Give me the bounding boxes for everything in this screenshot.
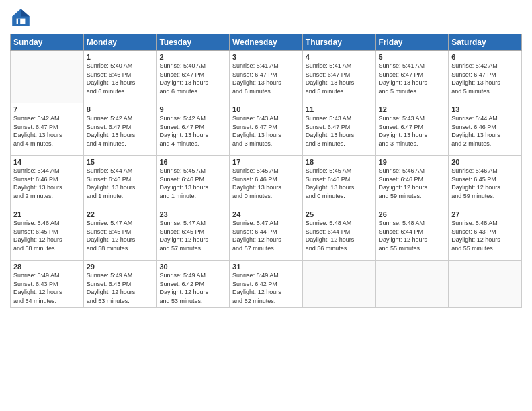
day-info: Sunrise: 5:45 AM Sunset: 6:46 PM Dayligh… — [232, 167, 300, 200]
day-number: 23 — [159, 210, 226, 218]
day-number: 18 — [306, 158, 373, 166]
calendar-day-cell: 22Sunrise: 5:47 AM Sunset: 6:45 PM Dayli… — [83, 208, 157, 261]
day-info: Sunrise: 5:42 AM Sunset: 6:47 PM Dayligh… — [13, 114, 81, 148]
calendar-day-cell: 1Sunrise: 5:40 AM Sunset: 6:46 PM Daylig… — [83, 51, 157, 103]
day-info: Sunrise: 5:47 AM Sunset: 6:45 PM Dayligh… — [159, 219, 226, 253]
day-of-week-header: Saturday — [449, 34, 522, 51]
calendar-day-cell: 21Sunrise: 5:46 AM Sunset: 6:45 PM Dayli… — [11, 208, 84, 261]
calendar-day-cell: 7Sunrise: 5:42 AM Sunset: 6:47 PM Daylig… — [11, 103, 84, 156]
day-info: Sunrise: 5:44 AM Sunset: 6:46 PM Dayligh… — [87, 167, 154, 200]
calendar-day-cell: 17Sunrise: 5:45 AM Sunset: 6:46 PM Dayli… — [230, 156, 303, 208]
day-of-week-header: Wednesday — [230, 34, 303, 51]
day-number: 7 — [13, 105, 81, 113]
day-number: 6 — [451, 53, 519, 61]
day-info: Sunrise: 5:49 AM Sunset: 6:43 PM Dayligh… — [13, 271, 81, 305]
day-number: 28 — [13, 263, 81, 271]
calendar-week-row: 21Sunrise: 5:46 AM Sunset: 6:45 PM Dayli… — [11, 208, 522, 261]
day-number: 9 — [159, 105, 226, 113]
day-number: 4 — [306, 53, 373, 61]
day-info: Sunrise: 5:49 AM Sunset: 6:42 PM Dayligh… — [232, 271, 300, 305]
calendar-day-cell: 29Sunrise: 5:49 AM Sunset: 6:43 PM Dayli… — [83, 261, 157, 308]
calendar-week-row: 14Sunrise: 5:44 AM Sunset: 6:46 PM Dayli… — [11, 156, 522, 208]
day-info: Sunrise: 5:46 AM Sunset: 6:45 PM Dayligh… — [451, 167, 519, 200]
day-info: Sunrise: 5:42 AM Sunset: 6:47 PM Dayligh… — [159, 114, 226, 148]
svg-rect-3 — [18, 19, 20, 24]
calendar-day-cell: 20Sunrise: 5:46 AM Sunset: 6:45 PM Dayli… — [449, 156, 522, 208]
header — [10, 7, 522, 28]
calendar-day-cell: 10Sunrise: 5:43 AM Sunset: 6:47 PM Dayli… — [230, 103, 303, 156]
calendar-week-row: 1Sunrise: 5:40 AM Sunset: 6:46 PM Daylig… — [11, 51, 522, 103]
day-info: Sunrise: 5:41 AM Sunset: 6:47 PM Dayligh… — [379, 62, 446, 95]
calendar-day-cell: 8Sunrise: 5:42 AM Sunset: 6:47 PM Daylig… — [83, 103, 157, 156]
day-number: 21 — [13, 210, 81, 218]
calendar-week-row: 28Sunrise: 5:49 AM Sunset: 6:43 PM Dayli… — [11, 261, 522, 308]
calendar-day-cell: 3Sunrise: 5:41 AM Sunset: 6:47 PM Daylig… — [230, 51, 303, 103]
day-info: Sunrise: 5:42 AM Sunset: 6:47 PM Dayligh… — [87, 114, 154, 148]
calendar-day-cell: 13Sunrise: 5:44 AM Sunset: 6:46 PM Dayli… — [449, 103, 522, 156]
day-of-week-header: Monday — [83, 34, 157, 51]
calendar-week-row: 7Sunrise: 5:42 AM Sunset: 6:47 PM Daylig… — [11, 103, 522, 156]
day-info: Sunrise: 5:45 AM Sunset: 6:46 PM Dayligh… — [306, 167, 373, 200]
calendar-day-cell: 2Sunrise: 5:40 AM Sunset: 6:47 PM Daylig… — [157, 51, 230, 103]
day-info: Sunrise: 5:47 AM Sunset: 6:45 PM Dayligh… — [87, 219, 154, 253]
day-number: 19 — [379, 158, 446, 166]
day-number: 8 — [87, 105, 154, 113]
calendar-day-cell: 31Sunrise: 5:49 AM Sunset: 6:42 PM Dayli… — [230, 261, 303, 308]
svg-rect-2 — [17, 19, 26, 24]
day-number: 3 — [232, 53, 300, 61]
day-number: 29 — [87, 263, 154, 271]
day-info: Sunrise: 5:44 AM Sunset: 6:46 PM Dayligh… — [451, 114, 519, 148]
day-number: 31 — [232, 263, 300, 271]
calendar-day-cell: 5Sunrise: 5:41 AM Sunset: 6:47 PM Daylig… — [375, 51, 449, 103]
calendar-day-cell: 9Sunrise: 5:42 AM Sunset: 6:47 PM Daylig… — [157, 103, 230, 156]
calendar-day-cell: 12Sunrise: 5:43 AM Sunset: 6:47 PM Dayli… — [375, 103, 449, 156]
calendar-day-cell: 14Sunrise: 5:44 AM Sunset: 6:46 PM Dayli… — [11, 156, 84, 208]
day-number: 22 — [87, 210, 154, 218]
day-info: Sunrise: 5:48 AM Sunset: 6:44 PM Dayligh… — [306, 219, 373, 253]
calendar-day-cell: 26Sunrise: 5:48 AM Sunset: 6:44 PM Dayli… — [375, 208, 449, 261]
calendar-day-cell: 23Sunrise: 5:47 AM Sunset: 6:45 PM Dayli… — [157, 208, 230, 261]
logo — [10, 7, 34, 28]
day-number: 10 — [232, 105, 300, 113]
day-info: Sunrise: 5:48 AM Sunset: 6:43 PM Dayligh… — [451, 219, 519, 253]
day-number: 16 — [159, 158, 226, 166]
calendar-day-cell: 4Sunrise: 5:41 AM Sunset: 6:47 PM Daylig… — [302, 51, 375, 103]
logo-icon — [10, 7, 32, 28]
day-info: Sunrise: 5:42 AM Sunset: 6:47 PM Dayligh… — [451, 62, 519, 95]
day-number: 26 — [379, 210, 446, 218]
day-info: Sunrise: 5:49 AM Sunset: 6:43 PM Dayligh… — [87, 271, 154, 305]
calendar-day-cell: 19Sunrise: 5:46 AM Sunset: 6:46 PM Dayli… — [375, 156, 449, 208]
calendar-day-cell: 6Sunrise: 5:42 AM Sunset: 6:47 PM Daylig… — [449, 51, 522, 103]
calendar-day-cell: 16Sunrise: 5:45 AM Sunset: 6:46 PM Dayli… — [157, 156, 230, 208]
day-number: 13 — [451, 105, 519, 113]
day-number: 5 — [379, 53, 446, 61]
calendar-table: SundayMondayTuesdayWednesdayThursdayFrid… — [10, 34, 522, 308]
day-info: Sunrise: 5:44 AM Sunset: 6:46 PM Dayligh… — [13, 167, 81, 200]
day-of-week-header: Thursday — [302, 34, 375, 51]
calendar-header-row: SundayMondayTuesdayWednesdayThursdayFrid… — [11, 34, 522, 51]
day-number: 12 — [379, 105, 446, 113]
day-info: Sunrise: 5:47 AM Sunset: 6:44 PM Dayligh… — [232, 219, 300, 253]
calendar-day-cell — [302, 261, 375, 308]
day-info: Sunrise: 5:48 AM Sunset: 6:44 PM Dayligh… — [379, 219, 446, 253]
day-number: 11 — [306, 105, 373, 113]
calendar-day-cell: 15Sunrise: 5:44 AM Sunset: 6:46 PM Dayli… — [83, 156, 157, 208]
page: SundayMondayTuesdayWednesdayThursdayFrid… — [0, 0, 532, 411]
day-number: 14 — [13, 158, 81, 166]
day-info: Sunrise: 5:43 AM Sunset: 6:47 PM Dayligh… — [232, 114, 300, 148]
day-of-week-header: Tuesday — [157, 34, 230, 51]
day-number: 30 — [159, 263, 226, 271]
day-of-week-header: Friday — [375, 34, 449, 51]
calendar-day-cell: 25Sunrise: 5:48 AM Sunset: 6:44 PM Dayli… — [302, 208, 375, 261]
day-number: 25 — [306, 210, 373, 218]
calendar-day-cell — [449, 261, 522, 308]
calendar-day-cell: 11Sunrise: 5:43 AM Sunset: 6:47 PM Dayli… — [302, 103, 375, 156]
day-info: Sunrise: 5:43 AM Sunset: 6:47 PM Dayligh… — [306, 114, 373, 148]
day-info: Sunrise: 5:49 AM Sunset: 6:42 PM Dayligh… — [159, 271, 226, 305]
day-info: Sunrise: 5:41 AM Sunset: 6:47 PM Dayligh… — [232, 62, 300, 95]
calendar-day-cell: 24Sunrise: 5:47 AM Sunset: 6:44 PM Dayli… — [230, 208, 303, 261]
day-of-week-header: Sunday — [11, 34, 84, 51]
day-number: 17 — [232, 158, 300, 166]
day-info: Sunrise: 5:46 AM Sunset: 6:46 PM Dayligh… — [379, 167, 446, 200]
day-number: 24 — [232, 210, 300, 218]
